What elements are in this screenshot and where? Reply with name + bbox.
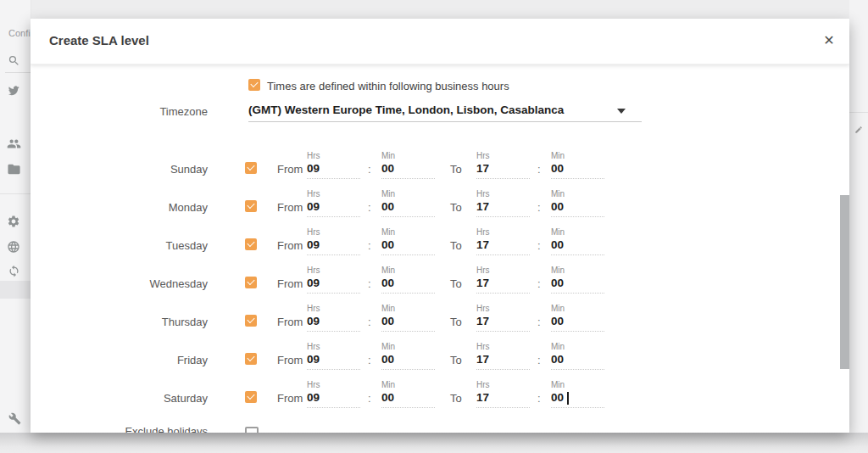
from-minutes-input[interactable] [381,390,435,408]
sync-icon[interactable] [8,265,20,277]
from-hours-input[interactable] [307,276,360,294]
min-label: Min [551,266,604,276]
to-minutes-input[interactable] [551,199,604,217]
modal-bottom-shadow [0,433,868,453]
min-label: Min [551,380,604,390]
from-minutes-input[interactable] [381,352,435,370]
timezone-select[interactable]: (GMT) Western Europe Time, London, Lisbo… [248,103,564,116]
from-hours-input[interactable] [307,199,360,217]
from-minutes-input[interactable] [381,238,435,255]
hrs-label: Hrs [476,266,530,276]
time-colon: : [537,354,541,366]
time-colon: : [368,354,371,366]
from-minutes-input[interactable] [381,314,435,332]
sidebar-selected-item[interactable] [0,281,31,299]
to-minutes-input[interactable] [551,390,604,408]
to-minutes-input[interactable] [551,238,604,255]
from-minutes-input[interactable] [381,276,435,294]
to-minutes-input[interactable] [551,276,604,294]
min-label: Min [551,342,604,352]
to-hours-input[interactable] [476,314,530,332]
twitter-icon[interactable] [7,84,20,98]
dialog-scrollbar-thumb[interactable] [840,195,849,369]
to-hours-field-wrap: Hrs [476,227,530,255]
min-label: Min [551,189,604,199]
sidebar-title: Confi [8,28,31,38]
text-cursor [567,392,569,405]
day-enabled-checkbox[interactable] [245,162,257,174]
to-minutes-input[interactable] [551,314,604,332]
people-icon[interactable] [7,137,21,151]
from-hours-field-wrap: Hrs [307,151,360,179]
exclude-holidays-checkbox[interactable] [245,427,259,433]
chevron-down-icon[interactable] [617,109,626,114]
from-hours-field-wrap: Hrs [307,342,360,370]
check-icon [247,239,254,247]
to-hours-input[interactable] [476,390,530,408]
exclude-holidays-label: Exclude holidays [64,425,208,433]
to-hours-field-wrap: Hrs [476,304,530,332]
day-schedule-row: Saturday From Hrs : Min To Hrs : Min [31,380,849,416]
day-enabled-checkbox[interactable] [245,238,257,250]
folder-icon[interactable] [7,162,21,176]
from-minutes-field-wrap: Min [381,266,435,294]
sidebar-divider [0,193,31,194]
from-hours-input[interactable] [307,390,360,408]
to-hours-input[interactable] [476,161,530,179]
from-label: From [277,163,303,176]
to-hours-input[interactable] [476,276,530,294]
time-colon: : [537,277,541,290]
min-label: Min [381,342,435,352]
to-label: To [450,239,462,252]
to-minutes-field-wrap: Min [551,380,604,408]
business-hours-checkbox[interactable] [248,79,260,91]
to-hours-input[interactable] [476,238,530,255]
hrs-label: Hrs [307,227,360,238]
day-enabled-checkbox[interactable] [245,315,257,327]
from-label: From [277,277,303,290]
dialog-title: Create SLA level [49,33,149,48]
from-hours-input[interactable] [307,161,360,179]
globe-icon[interactable] [7,240,20,254]
to-hours-input[interactable] [476,352,530,370]
from-minutes-input[interactable] [381,161,435,179]
to-minutes-input[interactable] [551,352,604,370]
search-icon[interactable] [8,54,20,67]
close-icon[interactable]: ✕ [819,31,839,51]
check-icon [247,354,254,361]
day-enabled-checkbox[interactable] [245,353,257,365]
from-hours-input[interactable] [307,238,360,255]
to-hours-input[interactable] [476,199,530,217]
to-minutes-input[interactable] [551,161,604,179]
from-minutes-field-wrap: Min [381,304,435,332]
edit-icon [854,122,863,137]
min-label: Min [551,227,604,238]
timezone-underline [248,121,642,122]
min-label: Min [381,151,435,161]
to-label: To [450,163,462,176]
check-icon [247,316,254,323]
day-enabled-checkbox[interactable] [245,200,257,212]
day-enabled-checkbox[interactable] [245,391,257,403]
min-label: Min [551,151,604,161]
hrs-label: Hrs [307,266,360,276]
gear-icon[interactable] [7,215,20,228]
time-colon: : [537,239,541,252]
timezone-label: Timezone [64,105,208,118]
from-hours-input[interactable] [307,314,360,332]
time-colon: : [368,201,371,214]
check-icon [247,163,254,171]
to-minutes-field-wrap: Min [551,266,604,294]
from-label: From [277,354,303,366]
create-sla-level-dialog: Create SLA level ✕ Times are defined wit… [31,19,849,433]
panel-divider [849,112,868,113]
wrench-icon[interactable] [8,412,21,425]
from-minutes-field-wrap: Min [381,380,435,408]
from-minutes-input[interactable] [381,199,435,217]
to-minutes-field-wrap: Min [551,189,604,217]
to-label: To [450,392,462,405]
time-colon: : [368,163,371,176]
day-enabled-checkbox[interactable] [245,277,257,288]
day-label: Thursday [64,316,208,328]
from-hours-input[interactable] [307,352,360,370]
